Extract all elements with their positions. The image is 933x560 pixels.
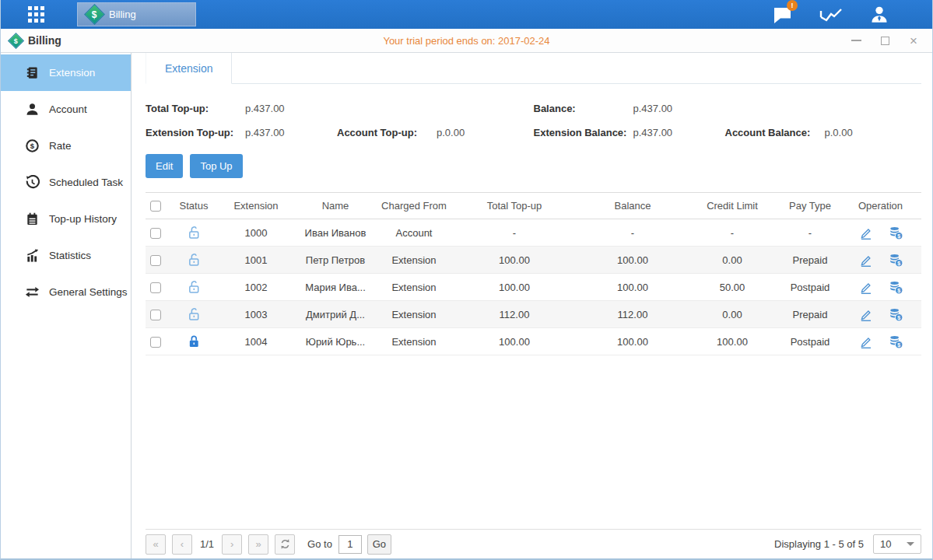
tab-extension[interactable]: Extension — [146, 53, 232, 84]
status-lock-icon — [188, 280, 201, 292]
sidebar-item-general-settings[interactable]: General Settings — [1, 274, 131, 310]
sidebar-label: General Settings — [49, 286, 128, 298]
sidebar: Extension Account $ Rate Scheduled Task … — [1, 53, 132, 558]
prev-page-button[interactable]: ‹ — [172, 534, 192, 555]
total-topup-value: p.437.00 — [245, 103, 337, 114]
top-up-row-button[interactable]: $ — [889, 307, 903, 322]
page-size-select[interactable]: 10 — [873, 534, 921, 554]
svg-text:$: $ — [897, 260, 900, 266]
edit-row-button[interactable] — [858, 253, 873, 268]
cell-name: Мария Ива... — [290, 274, 381, 301]
cell-charged-from: Extension — [381, 328, 447, 355]
edit-row-button[interactable] — [858, 226, 873, 240]
user-menu-button[interactable] — [867, 5, 892, 25]
page-indicator: 1/1 — [200, 538, 214, 550]
col-balance: Balance — [581, 193, 684, 219]
cell-extension: 1003 — [222, 301, 290, 328]
taskbar-tab-billing[interactable]: $ Billing — [77, 2, 196, 26]
cell-charged-from: Account — [381, 219, 447, 247]
col-total-topup: Total Top-up — [447, 193, 581, 219]
arrows-swap-icon — [25, 285, 40, 299]
row-checkbox[interactable] — [150, 337, 161, 348]
window-body: Extension Account $ Rate Scheduled Task … — [1, 53, 932, 558]
cell-credit-limit: 100.00 — [684, 328, 780, 355]
cell-name: Юрий Юрь... — [290, 328, 381, 355]
trial-message: Your trial period ends on: 2017-02-24 — [1, 35, 932, 47]
cell-total-topup: 100.00 — [447, 247, 581, 274]
svg-text:$: $ — [897, 233, 900, 239]
extension-topup-value: p.437.00 — [245, 127, 337, 138]
account-topup-value: p.0.00 — [437, 127, 528, 138]
table-row[interactable]: 1002 Мария Ива... Extension 100.00 100.0… — [146, 274, 921, 301]
minimize-button[interactable] — [850, 34, 862, 47]
edit-row-button[interactable] — [858, 307, 873, 322]
cell-charged-from: Extension — [381, 301, 447, 328]
edit-row-button[interactable] — [858, 280, 873, 295]
sidebar-item-statistics[interactable]: Statistics — [1, 237, 131, 274]
select-all-checkbox[interactable] — [150, 201, 161, 212]
top-up-button[interactable]: Top Up — [190, 154, 242, 178]
last-page-button[interactable]: » — [248, 534, 268, 555]
next-page-button[interactable]: › — [222, 534, 242, 555]
cell-credit-limit: 0.00 — [684, 301, 780, 328]
status-lock-icon — [188, 226, 201, 237]
sidebar-item-extension[interactable]: Extension — [1, 54, 131, 91]
table-row[interactable]: 1000 Иван Иванов Account - - - - $ — [146, 219, 921, 247]
table-row[interactable]: 1003 Дмитрий Д... Extension 112.00 112.0… — [146, 301, 921, 328]
refresh-button[interactable] — [275, 534, 295, 555]
top-up-row-button[interactable]: $ — [889, 280, 903, 295]
main-content: Extension Total Top-up: p.437.00 Balance… — [132, 53, 932, 558]
row-checkbox[interactable] — [150, 282, 161, 293]
cell-credit-limit: - — [684, 219, 780, 247]
balance-label: Balance: — [534, 103, 633, 114]
app-launcher-icon[interactable] — [28, 6, 44, 23]
notifications-button[interactable]: ! — [770, 5, 795, 25]
goto-page-input[interactable] — [338, 535, 362, 554]
row-checkbox[interactable] — [150, 310, 161, 320]
cell-name: Иван Иванов — [290, 219, 381, 247]
sidebar-label: Scheduled Task — [49, 177, 123, 188]
row-checkbox[interactable] — [150, 255, 161, 266]
col-operation: Operation — [840, 193, 921, 219]
account-balance-value: p.0.00 — [825, 127, 917, 138]
sidebar-item-topup-history[interactable]: Top-up History — [1, 201, 131, 237]
pencil-icon — [858, 280, 873, 295]
ledger-icon — [25, 65, 40, 80]
balance-summary: Total Top-up: p.437.00 Balance: p.437.00… — [146, 96, 921, 145]
col-extension: Extension — [222, 193, 290, 219]
go-button[interactable]: Go — [367, 534, 391, 555]
first-page-button[interactable]: « — [146, 534, 166, 555]
table-row[interactable]: 1004 Юрий Юрь... Extension 100.00 100.00… — [146, 328, 921, 355]
edit-row-button[interactable] — [858, 334, 873, 349]
top-up-row-button[interactable]: $ — [889, 253, 903, 268]
dollar-circle-icon: $ — [25, 138, 40, 153]
window-titlebar: $ Billing Your trial period ends on: 201… — [1, 29, 932, 53]
close-button[interactable]: × — [907, 34, 920, 47]
notepad-icon — [25, 212, 40, 226]
window-controls: × — [850, 34, 920, 47]
maximize-button[interactable] — [879, 34, 891, 47]
row-checkbox[interactable] — [150, 228, 161, 239]
line-chart-icon — [819, 5, 844, 24]
sidebar-item-scheduled-task[interactable]: Scheduled Task — [1, 164, 131, 201]
coins-dollar-icon: $ — [889, 280, 903, 295]
coins-dollar-icon: $ — [889, 253, 903, 268]
edit-button[interactable]: Edit — [146, 154, 183, 178]
cell-balance: 100.00 — [581, 274, 684, 301]
monitor-button[interactable] — [819, 5, 844, 25]
extension-balance-label: Extension Balance: — [534, 127, 633, 138]
top-up-row-button[interactable]: $ — [889, 226, 903, 240]
table-header-row: Status Extension Name Charged From Total… — [146, 193, 921, 219]
cell-total-topup: 100.00 — [447, 328, 581, 355]
top-up-row-button[interactable]: $ — [889, 334, 903, 349]
sidebar-label: Extension — [49, 67, 95, 79]
table-row[interactable]: 1001 Петр Петров Extension 100.00 100.00… — [146, 247, 921, 274]
sidebar-item-rate[interactable]: $ Rate — [1, 128, 131, 164]
cell-credit-limit: 50.00 — [684, 274, 780, 301]
sidebar-item-account[interactable]: Account — [1, 91, 131, 128]
user-icon — [25, 102, 40, 117]
cell-charged-from: Extension — [381, 247, 447, 274]
page-size-value: 10 — [880, 538, 891, 550]
window-app-icon: $ — [8, 32, 24, 48]
pencil-icon — [858, 307, 873, 322]
